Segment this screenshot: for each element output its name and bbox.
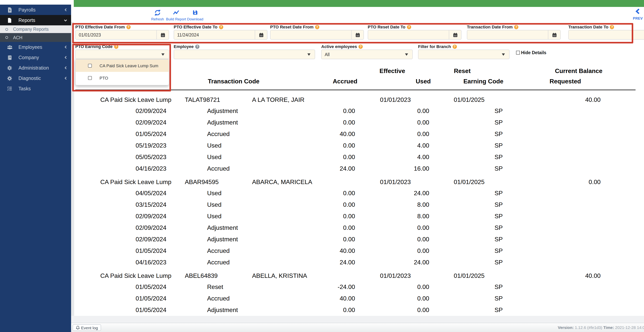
- table-cell-date: 01/05/2024: [73, 131, 166, 138]
- refresh-button[interactable]: Refresh: [148, 9, 168, 21]
- sidebar-item-label: Company: [18, 55, 64, 60]
- col-header-transaction-code: Transaction Code: [195, 78, 272, 85]
- table-cell-used: 16.00: [352, 165, 429, 172]
- sidebar-logo-area: [0, 0, 71, 4]
- sidebar-item-company-reports[interactable]: Company Reports: [0, 25, 71, 33]
- prev-label: PREV: [630, 16, 644, 20]
- app-window: $ Payrolls Reports Company Reports ACH: [0, 0, 644, 332]
- transaction-date-to-input[interactable]: [569, 30, 644, 39]
- table-cell-plan: CA Paid Sick Leave Lump: [100, 97, 171, 104]
- table-cell-date: 02/09/2024: [73, 213, 166, 220]
- event-log-label: Event log: [81, 325, 98, 330]
- table-cell-balance: 40.00: [524, 97, 600, 104]
- pto-reset-date-from-input[interactable]: [270, 30, 351, 39]
- event-log-button[interactable]: Event log: [72, 324, 101, 331]
- sidebar-item-administration[interactable]: Administration: [0, 63, 71, 73]
- calendar-icon[interactable]: [156, 30, 169, 39]
- table-cell-earn: SP: [494, 307, 503, 314]
- col-header-used: Used: [373, 78, 431, 85]
- pto-effective-date-from-input[interactable]: [76, 30, 156, 39]
- sidebar-item-reports[interactable]: Reports: [0, 15, 71, 25]
- active-employees-select[interactable]: All: [321, 50, 413, 59]
- download-button[interactable]: Download: [185, 9, 205, 21]
- reports-file-icon: [6, 17, 13, 24]
- version-label: Version:: [558, 325, 574, 330]
- company-book-icon: [6, 54, 13, 61]
- table-cell-accrued: 0.00: [278, 201, 355, 208]
- table-body: CA Paid Sick Leave LumpTALAT98721A LA TO…: [0, 92, 644, 316]
- filter-label: PTO Earning Code?: [75, 44, 118, 49]
- calendar-icon[interactable]: [548, 30, 560, 39]
- table-cell-used: 0.00: [352, 295, 429, 302]
- tasks-checklist-icon: [6, 85, 13, 92]
- dropdown-option-pto[interactable]: PTO: [76, 72, 169, 84]
- table-group-row: CA Paid Sick Leave LumpABEL64839ABELLA, …: [0, 268, 644, 281]
- pto-reset-date-to-field: [368, 30, 462, 40]
- calendar-icon[interactable]: [255, 30, 267, 39]
- select-value: [174, 50, 303, 59]
- help-icon[interactable]: ?: [126, 25, 131, 29]
- employee-select[interactable]: [174, 50, 315, 59]
- filter-label: PTO Reset Date To?: [368, 24, 411, 29]
- caret-down-icon: [401, 50, 412, 59]
- prev-page-button[interactable]: PREV: [630, 8, 644, 20]
- bullet-circle-icon: [6, 28, 8, 30]
- sidebar-item-payrolls[interactable]: $ Payrolls: [0, 4, 71, 15]
- table-cell-code: TALAT98721: [185, 97, 220, 104]
- bell-icon: [76, 325, 80, 330]
- table-cell-type: Used: [207, 213, 222, 220]
- help-icon[interactable]: ?: [114, 44, 118, 49]
- table-row: 01/05/2024Accrued40.000.00SP: [0, 245, 644, 257]
- table-cell-accrued: 40.00: [278, 295, 355, 302]
- table-cell-name: A LA TORRE, JAIR: [252, 97, 304, 104]
- table-row: 04/16/2023Accrued24.0016.00SP: [0, 163, 644, 174]
- help-icon[interactable]: ?: [514, 25, 518, 29]
- table-cell-date: 01/05/2024: [73, 295, 166, 302]
- help-icon[interactable]: ?: [195, 44, 200, 49]
- help-icon[interactable]: ?: [610, 25, 614, 29]
- table-cell-plan: CA Paid Sick Leave Lump: [100, 179, 171, 186]
- help-icon[interactable]: ?: [358, 44, 363, 49]
- sidebar-item-employees[interactable]: Employees: [0, 42, 71, 52]
- build-report-button[interactable]: Build Report: [166, 9, 186, 21]
- table-cell-date: 05/19/2023: [73, 142, 166, 149]
- hide-details-checkbox-group[interactable]: Hide Details: [516, 50, 546, 55]
- filter-label: Employee?: [174, 44, 200, 49]
- filter-for-branch-select[interactable]: [418, 50, 510, 59]
- hide-details-checkbox[interactable]: [516, 51, 520, 54]
- version-info: Version: 1.12.6 (#fe1d3) Time: 2021-12-2…: [558, 325, 644, 330]
- sidebar-item-diagnostic[interactable]: Diagnostic: [0, 73, 71, 84]
- table-row: 04/05/2024Used0.0024.00SP: [0, 188, 644, 199]
- chevron-left-icon: [64, 7, 67, 12]
- help-icon[interactable]: ?: [452, 44, 457, 49]
- table-header-divider: [75, 90, 636, 90]
- table-cell-earn: SP: [494, 119, 503, 126]
- help-icon[interactable]: ?: [219, 25, 223, 29]
- help-icon[interactable]: ?: [407, 25, 411, 29]
- filter-label: PTO Effective Date From?: [75, 24, 131, 29]
- table-cell-accrued: 0.00: [278, 190, 355, 197]
- version-value: 1.12.6 (#fe1d3): [575, 325, 602, 330]
- save-floppy-icon: [185, 9, 205, 16]
- sidebar-item-label: Company Reports: [13, 27, 48, 32]
- table-row: 01/05/2024Adjustment0.000.00SP: [0, 304, 644, 316]
- transaction-date-to-field: [568, 30, 644, 40]
- sidebar-item-ach[interactable]: ACH: [0, 33, 71, 42]
- filter-label: PTO Reset Date From?: [270, 24, 319, 29]
- dropdown-option-ca-paid-sick-leave[interactable]: CA Paid Sick Leave Lump Sum: [76, 60, 169, 72]
- table-row: 01/05/2024Accrued40.000.00SP: [0, 128, 644, 140]
- pto-effective-date-to-input[interactable]: [174, 30, 255, 39]
- caret-down-icon: [157, 50, 169, 59]
- table-cell-used: 0.00: [352, 224, 429, 231]
- table-cell-accrued: 40.00: [278, 131, 355, 138]
- help-icon[interactable]: ?: [315, 25, 319, 29]
- pto-earning-code-select[interactable]: [75, 50, 169, 59]
- option-checkbox[interactable]: [88, 76, 92, 80]
- calendar-icon[interactable]: [351, 30, 364, 39]
- transaction-date-from-input[interactable]: [467, 30, 548, 39]
- option-checkbox[interactable]: [88, 64, 92, 68]
- calendar-icon[interactable]: [449, 30, 461, 39]
- table-cell-type: Accrued: [207, 131, 230, 138]
- pto-reset-date-to-input[interactable]: [368, 30, 449, 39]
- sidebar-item-company[interactable]: Company: [0, 52, 71, 63]
